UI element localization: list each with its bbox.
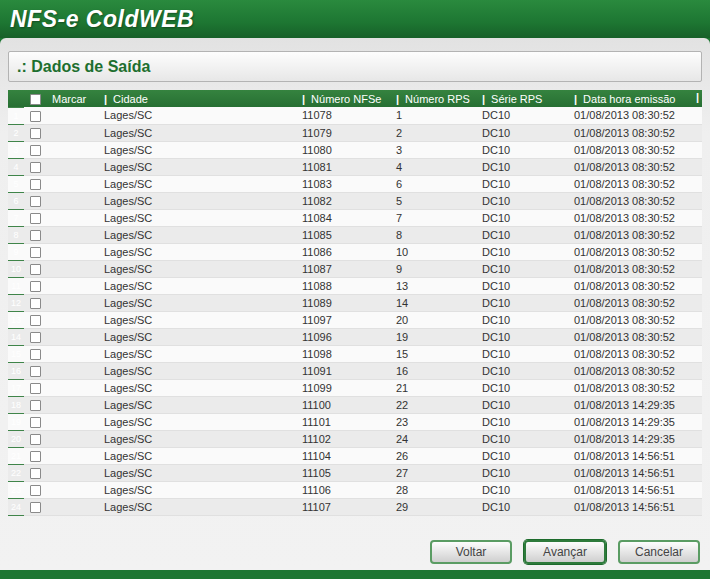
cell-cidade: Lages/SC	[100, 396, 298, 413]
voltar-button[interactable]: Voltar	[430, 540, 512, 564]
cell-data-emissao: 01/08/2013 08:30:52	[570, 158, 702, 175]
table-row: 23 Lages/SC 11106 28 DC10 01/08/2013 14:…	[8, 481, 702, 498]
cell-numero-rps: 22	[392, 396, 478, 413]
cell-numero-nfse: 11083	[298, 175, 392, 192]
row-checkbox[interactable]	[30, 485, 41, 496]
table-row: 15 Lages/SC 11098 15 DC10 01/08/2013 08:…	[8, 345, 702, 362]
select-all-checkbox[interactable]	[30, 94, 41, 105]
table-row: 19 Lages/SC 11101 23 DC10 01/08/2013 14:…	[8, 413, 702, 430]
cell-numero-nfse: 11080	[298, 141, 392, 158]
row-checkbox[interactable]	[30, 213, 41, 224]
row-checkbox-cell	[24, 277, 100, 294]
cell-cidade: Lages/SC	[100, 294, 298, 311]
row-checkbox[interactable]	[30, 196, 41, 207]
row-checkbox[interactable]	[30, 281, 41, 292]
cell-serie-rps: DC10	[478, 311, 570, 328]
row-checkbox[interactable]	[30, 349, 41, 360]
row-checkbox[interactable]	[30, 468, 41, 479]
cell-serie-rps: DC10	[478, 158, 570, 175]
row-checkbox[interactable]	[30, 366, 41, 377]
cell-data-emissao: 01/08/2013 08:30:52	[570, 124, 702, 141]
cell-data-emissao: 01/08/2013 14:56:51	[570, 464, 702, 481]
header-nfse: |Número NFSe	[298, 90, 392, 107]
cell-numero-nfse: 11096	[298, 328, 392, 345]
cell-data-emissao: 01/08/2013 08:30:52	[570, 277, 702, 294]
row-number: 18	[8, 396, 24, 413]
row-checkbox[interactable]	[30, 179, 41, 190]
row-checkbox-cell	[24, 498, 100, 515]
cell-cidade: Lages/SC	[100, 175, 298, 192]
cell-serie-rps: DC10	[478, 345, 570, 362]
row-checkbox[interactable]	[30, 451, 41, 462]
row-checkbox-cell	[24, 447, 100, 464]
table-row: 11 Lages/SC 11088 13 DC10 01/08/2013 08:…	[8, 277, 702, 294]
row-number: 9	[8, 243, 24, 260]
row-checkbox-cell	[24, 311, 100, 328]
row-checkbox[interactable]	[30, 434, 41, 445]
cell-data-emissao: 01/08/2013 08:30:52	[570, 345, 702, 362]
cell-numero-rps: 29	[392, 498, 478, 515]
cell-numero-rps: 28	[392, 481, 478, 498]
cell-numero-rps: 9	[392, 260, 478, 277]
row-number: 24	[8, 498, 24, 515]
cell-serie-rps: DC10	[478, 362, 570, 379]
row-number: 10	[8, 260, 24, 277]
cell-numero-rps: 16	[392, 362, 478, 379]
cell-numero-nfse: 11104	[298, 447, 392, 464]
row-checkbox[interactable]	[30, 264, 41, 275]
row-checkbox[interactable]	[30, 145, 41, 156]
cell-numero-rps: 10	[392, 243, 478, 260]
row-checkbox[interactable]	[30, 332, 41, 343]
row-number: 15	[8, 345, 24, 362]
cell-cidade: Lages/SC	[100, 158, 298, 175]
row-checkbox[interactable]	[30, 502, 41, 513]
row-checkbox-cell	[24, 379, 100, 396]
cell-numero-nfse: 11105	[298, 464, 392, 481]
row-number: 1	[8, 107, 24, 124]
cell-numero-rps: 26	[392, 447, 478, 464]
row-checkbox[interactable]	[30, 400, 41, 411]
cell-numero-nfse: 11082	[298, 192, 392, 209]
cell-numero-nfse: 11101	[298, 413, 392, 430]
cell-cidade: Lages/SC	[100, 362, 298, 379]
row-checkbox[interactable]	[30, 383, 41, 394]
cell-data-emissao: 01/08/2013 08:30:52	[570, 175, 702, 192]
row-checkbox[interactable]	[30, 315, 41, 326]
row-checkbox-cell	[24, 192, 100, 209]
table-row: 21 Lages/SC 11104 26 DC10 01/08/2013 14:…	[8, 447, 702, 464]
row-checkbox-cell	[24, 124, 100, 141]
cell-data-emissao: 01/08/2013 08:30:52	[570, 226, 702, 243]
cell-serie-rps: DC10	[478, 277, 570, 294]
cell-cidade: Lages/SC	[100, 277, 298, 294]
cell-cidade: Lages/SC	[100, 226, 298, 243]
row-checkbox[interactable]	[30, 128, 41, 139]
column-separator: |	[696, 91, 699, 103]
cell-data-emissao: 01/08/2013 14:29:35	[570, 413, 702, 430]
row-checkbox[interactable]	[30, 247, 41, 258]
cell-numero-rps: 14	[392, 294, 478, 311]
row-checkbox[interactable]	[30, 298, 41, 309]
cell-numero-nfse: 11107	[298, 498, 392, 515]
cell-numero-nfse: 11097	[298, 311, 392, 328]
header-rps: |Número RPS	[392, 90, 478, 107]
row-checkbox-cell	[24, 243, 100, 260]
cell-serie-rps: DC10	[478, 209, 570, 226]
cell-numero-rps: 13	[392, 277, 478, 294]
avancar-button[interactable]: Avançar	[524, 540, 606, 564]
row-checkbox[interactable]	[30, 111, 41, 122]
cell-numero-nfse: 11088	[298, 277, 392, 294]
row-checkbox[interactable]	[30, 162, 41, 173]
row-checkbox[interactable]	[30, 417, 41, 428]
cell-numero-nfse: 11086	[298, 243, 392, 260]
cell-numero-nfse: 11106	[298, 481, 392, 498]
cell-numero-nfse: 11089	[298, 294, 392, 311]
row-number: 17	[8, 379, 24, 396]
header-row-number	[8, 90, 24, 107]
row-number: 20	[8, 430, 24, 447]
cell-numero-rps: 20	[392, 311, 478, 328]
table-row: 24 Lages/SC 11107 29 DC10 01/08/2013 14:…	[8, 498, 702, 515]
cell-numero-nfse: 11079	[298, 124, 392, 141]
cancelar-button[interactable]: Cancelar	[618, 540, 700, 564]
cell-serie-rps: DC10	[478, 413, 570, 430]
row-checkbox[interactable]	[30, 230, 41, 241]
